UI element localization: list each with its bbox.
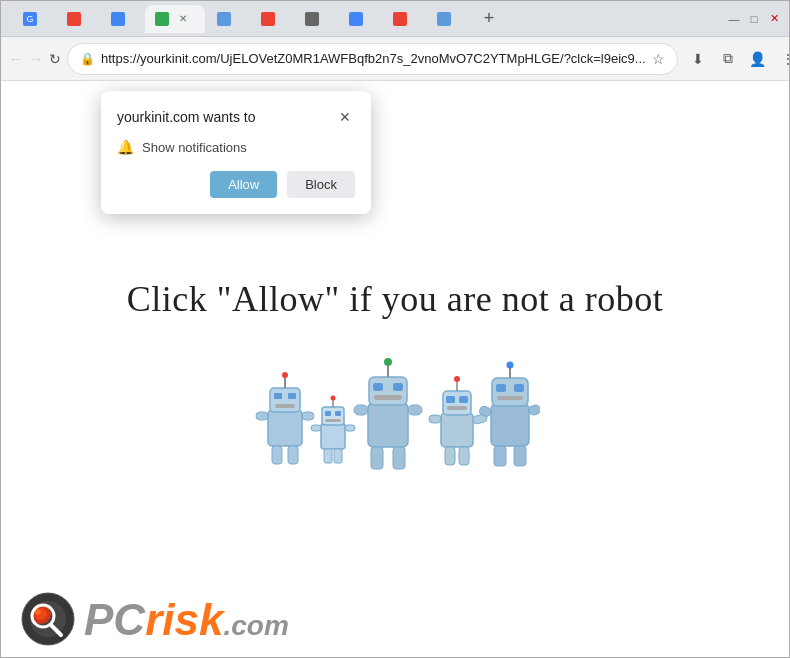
- tab-favicon-5: [217, 12, 231, 26]
- pc-text: PC: [84, 595, 145, 645]
- tab-favicon-4: [155, 12, 169, 26]
- tab-2[interactable]: [57, 5, 99, 33]
- svg-rect-26: [373, 383, 383, 391]
- svg-point-59: [35, 609, 41, 615]
- address-bar[interactable]: 🔒 https://yourkinit.com/UjELOVetZ0MR1AWF…: [67, 43, 678, 75]
- tab-7[interactable]: [295, 5, 337, 33]
- svg-rect-22: [368, 403, 408, 447]
- svg-rect-31: [354, 405, 368, 415]
- menu-icon[interactable]: ⋮: [774, 45, 790, 73]
- svg-rect-10: [302, 412, 314, 420]
- refresh-button[interactable]: ↻: [49, 45, 61, 73]
- tab-4-active[interactable]: ✕: [145, 5, 205, 33]
- profile-icon[interactable]: 👤: [744, 45, 772, 73]
- forward-button[interactable]: →: [29, 45, 43, 73]
- svg-rect-21: [345, 425, 355, 431]
- tab-3[interactable]: [101, 5, 143, 33]
- maximize-button[interactable]: □: [747, 12, 761, 26]
- window-controls: — □ ✕: [727, 12, 781, 26]
- svg-rect-1: [270, 388, 300, 412]
- svg-rect-19: [334, 449, 342, 463]
- tab-6[interactable]: [251, 5, 293, 33]
- notification-popup: yourkinit.com wants to ✕ 🔔 Show notifica…: [101, 91, 371, 214]
- svg-rect-6: [275, 404, 295, 408]
- footer-watermark: PC risk .com: [21, 592, 289, 647]
- svg-rect-34: [443, 391, 471, 415]
- svg-rect-16: [335, 411, 341, 416]
- tab-favicon-3: [111, 12, 125, 26]
- main-heading: Click "Allow" if you are not a robot: [127, 278, 663, 320]
- svg-rect-38: [459, 396, 468, 403]
- extensions-icon[interactable]: ⧉: [714, 45, 742, 73]
- tab-1[interactable]: G: [13, 5, 55, 33]
- svg-rect-12: [322, 407, 344, 425]
- minimize-button[interactable]: —: [727, 12, 741, 26]
- tab-10[interactable]: [427, 5, 469, 33]
- svg-rect-11: [321, 423, 345, 449]
- svg-rect-50: [497, 396, 523, 400]
- bell-icon: 🔔: [117, 139, 134, 155]
- svg-rect-17: [325, 419, 341, 422]
- pcrisk-brand-text: PC risk .com: [84, 595, 289, 645]
- svg-rect-42: [429, 415, 441, 423]
- svg-point-36: [454, 376, 460, 382]
- tab-close-btn[interactable]: ✕: [175, 11, 191, 27]
- robots-svg: [250, 350, 540, 480]
- svg-rect-39: [447, 406, 467, 410]
- tab-favicon-2: [67, 12, 81, 26]
- tab-favicon-1: G: [23, 12, 37, 26]
- risk-text: risk: [145, 595, 223, 645]
- svg-rect-40: [445, 447, 455, 465]
- svg-rect-37: [446, 396, 455, 403]
- svg-rect-41: [459, 447, 469, 465]
- tab-8[interactable]: [339, 5, 381, 33]
- popup-buttons: Allow Block: [117, 171, 355, 198]
- content-area: yourkinit.com wants to ✕ 🔔 Show notifica…: [1, 81, 789, 657]
- popup-close-button[interactable]: ✕: [335, 107, 355, 127]
- svg-rect-15: [325, 411, 331, 416]
- svg-point-25: [384, 358, 392, 366]
- tab-bar: G ✕: [9, 5, 723, 33]
- tab-5[interactable]: [207, 5, 249, 33]
- svg-rect-8: [288, 446, 298, 464]
- allow-button[interactable]: Allow: [210, 171, 277, 198]
- svg-rect-48: [496, 384, 506, 392]
- svg-rect-49: [514, 384, 524, 392]
- popup-header: yourkinit.com wants to ✕: [117, 107, 355, 127]
- browser-window: G ✕: [0, 0, 790, 658]
- svg-rect-52: [514, 446, 526, 466]
- svg-rect-5: [288, 393, 296, 399]
- nav-bar: ← → ↻ 🔒 https://yourkinit.com/UjELOVetZ0…: [1, 37, 789, 81]
- svg-rect-27: [393, 383, 403, 391]
- com-text: .com: [223, 610, 288, 642]
- tab-favicon-10: [437, 12, 451, 26]
- permission-text: Show notifications: [142, 140, 247, 155]
- new-tab-button[interactable]: +: [475, 5, 503, 33]
- bookmark-icon[interactable]: ☆: [652, 51, 665, 67]
- svg-rect-20: [311, 425, 321, 431]
- toolbar-icons: ⬇ ⧉ 👤 ⋮: [684, 45, 790, 73]
- close-button[interactable]: ✕: [767, 12, 781, 26]
- svg-point-14: [331, 396, 336, 401]
- svg-rect-23: [369, 377, 407, 405]
- block-button[interactable]: Block: [287, 171, 355, 198]
- popup-permission-row: 🔔 Show notifications: [117, 139, 355, 155]
- download-icon[interactable]: ⬇: [684, 45, 712, 73]
- svg-rect-9: [256, 412, 268, 420]
- svg-rect-33: [441, 413, 473, 447]
- svg-point-47: [507, 362, 514, 369]
- svg-rect-7: [272, 446, 282, 464]
- title-bar: G ✕: [1, 1, 789, 37]
- pcrisk-logo: [21, 592, 76, 647]
- tab-9[interactable]: [383, 5, 425, 33]
- svg-rect-32: [408, 405, 422, 415]
- tab-favicon-8: [349, 12, 363, 26]
- svg-rect-30: [393, 447, 405, 469]
- svg-rect-18: [324, 449, 332, 463]
- svg-rect-51: [494, 446, 506, 466]
- lock-icon: 🔒: [80, 52, 95, 66]
- url-text: https://yourkinit.com/UjELOVetZ0MR1AWFBq…: [101, 51, 646, 66]
- popup-title: yourkinit.com wants to: [117, 109, 256, 125]
- back-button[interactable]: ←: [9, 45, 23, 73]
- svg-point-3: [282, 372, 288, 378]
